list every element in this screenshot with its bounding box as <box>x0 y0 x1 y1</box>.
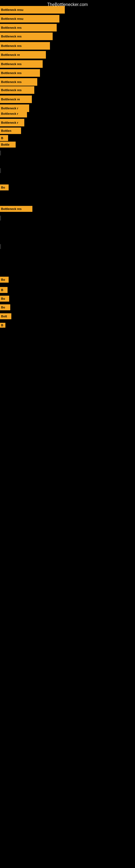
bottleneck-bar-5: Bottleneck re <box>0 51 46 59</box>
bottleneck-bar-14: Bottlen <box>0 127 21 134</box>
bottleneck-bar-10: Bottleneck re <box>0 95 32 103</box>
bottleneck-bar-3: Bottleneck res <box>0 33 53 40</box>
bottleneck-bar-15: B <box>0 135 8 141</box>
bottleneck-bar-2: Bottleneck res <box>0 24 57 31</box>
bottleneck-bar-4: Bottleneck res <box>0 42 50 50</box>
bottleneck-bar-9: Bottleneck res <box>0 86 34 94</box>
bottleneck-indicator-21 <box>0 216 1 220</box>
bottleneck-bar-8: Bottleneck res <box>0 78 37 86</box>
bottleneck-bar-25: Bo <box>0 296 9 302</box>
bottleneck-bar-23: Bo <box>0 277 9 283</box>
bottleneck-bar-16: Bottle <box>0 142 16 148</box>
bottleneck-bar-20: Bottleneck res <box>0 206 32 212</box>
bottleneck-bar-28: B <box>0 323 5 328</box>
bottleneck-indicator-17 <box>0 151 1 155</box>
bottleneck-bar-0: Bottleneck resu <box>0 6 65 13</box>
bottleneck-indicator-22 <box>0 244 1 249</box>
bottleneck-bar-19: Bo <box>0 184 9 190</box>
bottleneck-bar-27: Bott <box>0 313 11 319</box>
bottleneck-bar-1: Bottleneck resu <box>0 15 59 23</box>
bottleneck-bar-24: B <box>0 287 8 293</box>
bottleneck-bar-13: Bottleneck r <box>0 119 24 126</box>
bottleneck-bar-12: Bottleneck r <box>0 110 27 118</box>
bottleneck-bar-7: Bottleneck res <box>0 69 40 77</box>
bottleneck-bar-6: Bottleneck res <box>0 60 43 68</box>
bottleneck-indicator-18 <box>0 168 1 173</box>
bottleneck-bar-26: Bo <box>0 304 10 310</box>
